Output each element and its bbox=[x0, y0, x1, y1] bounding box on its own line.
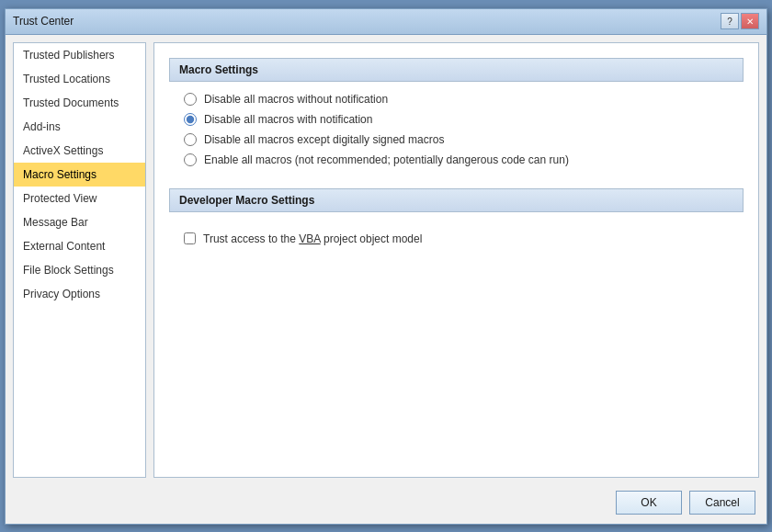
sidebar-item-file-block-settings[interactable]: File Block Settings bbox=[14, 258, 145, 282]
radio-enable-all-label: Enable all macros (not recommended; pote… bbox=[204, 153, 569, 166]
sidebar-item-protected-view[interactable]: Protected View bbox=[14, 187, 145, 210]
sidebar-item-add-ins[interactable]: Add-ins bbox=[14, 115, 145, 139]
radio-disable-no-notify-label: Disable all macros without notification bbox=[204, 93, 388, 106]
developer-macro-header: Developer Macro Settings bbox=[169, 188, 744, 212]
help-button[interactable]: ? bbox=[721, 13, 739, 29]
close-button[interactable]: ✕ bbox=[741, 13, 759, 29]
vba-checkbox-item[interactable]: Trust access to the VBA project object m… bbox=[169, 223, 744, 255]
radio-disable-except-signed-input[interactable] bbox=[184, 133, 197, 146]
dialog-footer: OK Cancel bbox=[6, 485, 766, 524]
sidebar-item-trusted-locations[interactable]: Trusted Locations bbox=[14, 67, 145, 91]
radio-enable-all[interactable]: Enable all macros (not recommended; pote… bbox=[184, 153, 729, 166]
cancel-button[interactable]: Cancel bbox=[689, 491, 755, 515]
title-bar: Trust Center ? ✕ bbox=[6, 9, 766, 35]
title-bar-buttons: ? ✕ bbox=[721, 13, 759, 29]
radio-enable-all-input[interactable] bbox=[184, 153, 197, 166]
sidebar-item-macro-settings[interactable]: Macro Settings bbox=[14, 163, 145, 187]
sidebar-item-privacy-options[interactable]: Privacy Options bbox=[14, 282, 145, 306]
sidebar-item-message-bar[interactable]: Message Bar bbox=[14, 210, 145, 234]
macro-settings-header: Macro Settings bbox=[169, 58, 744, 82]
radio-disable-no-notify[interactable]: Disable all macros without notification bbox=[184, 93, 729, 106]
radio-disable-except-signed[interactable]: Disable all macros except digitally sign… bbox=[184, 133, 729, 146]
radio-disable-notify-label: Disable all macros with notification bbox=[204, 113, 372, 126]
developer-section: Developer Macro Settings Trust access to… bbox=[169, 188, 744, 255]
vba-checkbox[interactable] bbox=[184, 232, 196, 244]
vba-underline: VBA bbox=[299, 232, 320, 245]
radio-disable-except-signed-label: Disable all macros except digitally sign… bbox=[204, 133, 444, 146]
radio-disable-notify[interactable]: Disable all macros with notification bbox=[184, 113, 729, 126]
radio-disable-no-notify-input[interactable] bbox=[184, 93, 197, 106]
sidebar-item-trusted-documents[interactable]: Trusted Documents bbox=[14, 91, 145, 115]
sidebar: Trusted PublishersTrusted LocationsTrust… bbox=[13, 42, 146, 478]
radio-disable-notify-input[interactable] bbox=[184, 113, 197, 126]
ok-button[interactable]: OK bbox=[616, 491, 682, 515]
vba-label: Trust access to the VBA project object m… bbox=[203, 232, 422, 245]
macro-radio-group: Disable all macros without notification … bbox=[169, 93, 744, 181]
sidebar-item-trusted-publishers[interactable]: Trusted Publishers bbox=[14, 43, 145, 67]
trust-center-dialog: Trust Center ? ✕ Trusted PublishersTrust… bbox=[5, 8, 767, 525]
dialog-title: Trust Center bbox=[13, 15, 74, 28]
sidebar-item-activex-settings[interactable]: ActiveX Settings bbox=[14, 139, 145, 163]
main-panel: Macro Settings Disable all macros withou… bbox=[153, 42, 759, 478]
sidebar-item-external-content[interactable]: External Content bbox=[14, 234, 145, 258]
dialog-content: Trusted PublishersTrusted LocationsTrust… bbox=[6, 35, 766, 485]
